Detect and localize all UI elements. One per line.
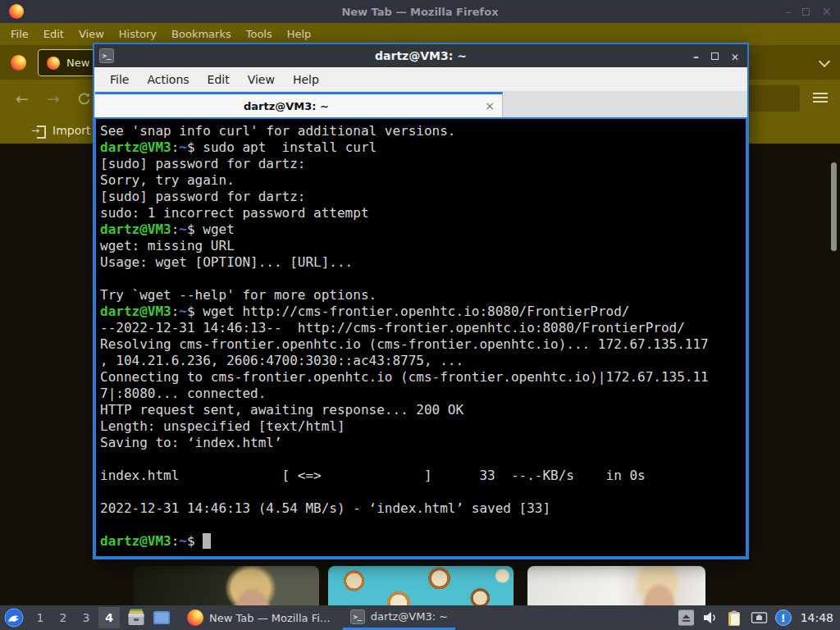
terminal-menu-help[interactable]: Help: [284, 67, 328, 92]
firefox-menu-help[interactable]: Help: [280, 23, 319, 45]
firefox-titlebar[interactable]: New Tab — Mozilla Firefox: [0, 0, 840, 23]
terminal-line: Try `wget --help' for more options.: [100, 287, 742, 304]
terminal-text: Usage: wget [OPTION]... [URL]...: [100, 254, 353, 270]
terminal-tab-label: dartz@VM3: ~: [95, 100, 477, 112]
terminal-text: $: [187, 533, 203, 549]
menu-hamburger-icon[interactable]: [813, 91, 828, 104]
terminal-icon: >_: [350, 609, 365, 624]
scrollbar-thumb[interactable]: [831, 162, 837, 251]
terminal-window-title: dartz@VM3: ~: [94, 49, 747, 62]
firefox-menubar: FileEditViewHistoryBookmarksToolsHelp: [0, 23, 840, 45]
terminal-line: [100, 484, 742, 500]
terminal-tabbar: dartz@VM3: ~: [94, 92, 747, 117]
terminal-menu-edit[interactable]: Edit: [199, 67, 239, 92]
file-manager-icon[interactable]: [126, 608, 146, 628]
terminal-tab[interactable]: dartz@VM3: ~: [95, 92, 503, 117]
terminal-line: [sudo] password for dartz:: [100, 189, 742, 205]
terminal-text: $: [187, 304, 203, 319]
task-label: New Tab — Mozilla Fi…: [209, 612, 331, 624]
eject-icon[interactable]: [678, 609, 694, 626]
terminal-text: sudo: 1 incorrect password attempt: [100, 205, 369, 221]
firefox-menu-file[interactable]: File: [3, 23, 36, 45]
terminal-text: Saving to: ‘index.html’: [100, 435, 282, 450]
back-button[interactable]: [11, 88, 33, 109]
update-notifier-icon[interactable]: [775, 609, 792, 626]
terminal-text: :: [171, 304, 180, 319]
desktop-pager-icon[interactable]: [152, 608, 171, 628]
restore-icon[interactable]: [802, 8, 810, 16]
terminal-text: [100, 451, 108, 467]
forward-button[interactable]: [43, 88, 64, 109]
terminal-text: index.html [ <=> ] 33 --.-KB/s in 0s: [100, 468, 646, 483]
terminal-line: index.html [ <=> ] 33 --.-KB/s in 0s: [100, 468, 742, 484]
terminal-text: wget: missing URL: [100, 238, 235, 253]
maximize-icon[interactable]: [711, 52, 719, 60]
firefox-view-icon[interactable]: [11, 55, 26, 71]
terminal-text: --2022-12-31 14:46:13-- http://cms-front…: [100, 320, 685, 336]
task-button-firefox[interactable]: New Tab — Mozilla Fi…: [180, 605, 338, 630]
workspace-switcher: 1234: [29, 605, 121, 630]
terminal-cursor: [203, 533, 211, 549]
firefox-menu-history[interactable]: History: [112, 23, 164, 45]
tab-close-icon[interactable]: [485, 99, 495, 112]
terminal-titlebar[interactable]: >_ dartz@VM3: ~: [94, 44, 747, 67]
terminal-text: $: [187, 221, 203, 237]
firefox-menu-bookmarks[interactable]: Bookmarks: [164, 23, 239, 45]
minimize-icon[interactable]: [693, 48, 699, 64]
terminal-line: [100, 451, 742, 468]
terminal-text: Try `wget --help' for more options.: [100, 287, 377, 303]
terminal-menu-file[interactable]: File: [101, 67, 138, 92]
terminal-text: :: [171, 221, 180, 237]
firefox-menu-tools[interactable]: Tools: [239, 23, 280, 45]
terminal-text: Resolving cms-frontier.openhtc.io (cms-f…: [100, 336, 709, 352]
terminal-text: $: [187, 139, 203, 155]
firefox-icon: [187, 609, 203, 626]
terminal-line: dartz@VM3:~$: [100, 533, 742, 550]
terminal-line: Usage: wget [OPTION]... [URL]...: [100, 254, 742, 271]
minimize-icon[interactable]: [786, 6, 792, 18]
firefox-menu-view[interactable]: View: [71, 23, 112, 45]
system-tray: 14:48: [678, 605, 838, 630]
terminal-window: >_ dartz@VM3: ~ FileActionsEditViewHelp …: [93, 43, 749, 559]
terminal-menu-view[interactable]: View: [239, 67, 284, 92]
desktop: New Tab — Mozilla Firefox FileEditViewHi…: [0, 0, 840, 630]
terminal-text: :: [171, 139, 180, 155]
close-icon[interactable]: [821, 4, 832, 19]
task-label: dartz@VM3: ~: [371, 610, 448, 623]
terminal-text: dartz@VM3: [100, 139, 171, 155]
terminal-line: [100, 271, 742, 287]
terminal-line: HTTP request sent, awaiting response... …: [100, 402, 742, 418]
clipboard-icon[interactable]: [727, 609, 743, 627]
terminal-text: [100, 271, 108, 286]
workspace-3[interactable]: 3: [75, 607, 97, 628]
workspace-4[interactable]: 4: [98, 607, 120, 628]
import-icon: [33, 124, 46, 137]
terminal-line: See 'snap info curl' for additional vers…: [100, 123, 742, 139]
terminal-text: [100, 517, 108, 532]
start-menu-button[interactable]: [4, 608, 24, 628]
terminal-line: [sudo] password for dartz:: [100, 156, 742, 172]
volume-icon[interactable]: [701, 609, 719, 626]
firefox-menu-edit[interactable]: Edit: [36, 23, 71, 45]
terminal-line: , 104.21.6.236, 2606:4700:3030::ac43:877…: [100, 353, 742, 369]
taskbar-clock: 14:48: [801, 611, 833, 624]
task-button-terminal[interactable]: >_ dartz@VM3: ~: [343, 605, 455, 630]
workspace-2[interactable]: 2: [52, 607, 74, 628]
terminal-text: See 'snap info curl' for additional vers…: [100, 123, 455, 139]
workspace-1[interactable]: 1: [30, 607, 51, 628]
list-tabs-chevron-down-icon[interactable]: [820, 57, 829, 66]
terminal-menu-actions[interactable]: Actions: [138, 67, 198, 92]
terminal-text: Length: unspecified [text/html]: [100, 418, 345, 434]
terminal-text: sudo apt install curl: [203, 139, 377, 155]
terminal-screen[interactable]: See 'snap info curl' for additional vers…: [94, 117, 747, 558]
network-icon[interactable]: [751, 609, 768, 626]
close-icon[interactable]: [731, 48, 739, 64]
terminal-text: ~: [179, 221, 187, 237]
terminal-line: --2022-12-31 14:46:13-- http://cms-front…: [100, 320, 742, 336]
reload-icon: [78, 92, 91, 105]
terminal-text: ~: [179, 304, 187, 319]
terminal-text: [sudo] password for dartz:: [100, 156, 313, 171]
terminal-line: dartz@VM3:~$ sudo apt install curl: [100, 139, 742, 156]
firefox-icon: [47, 57, 60, 70]
terminal-text: , 104.21.6.236, 2606:4700:3030::ac43:877…: [100, 353, 463, 368]
